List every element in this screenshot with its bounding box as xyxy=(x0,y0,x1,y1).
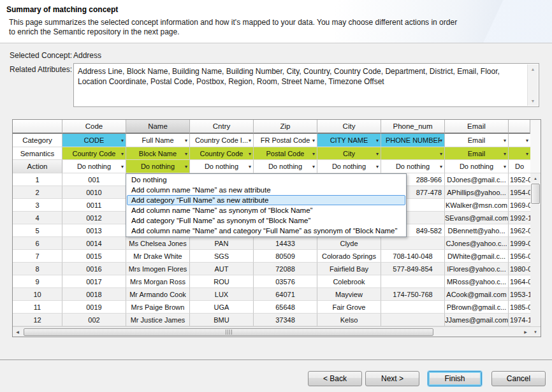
next-button[interactable]: Next > xyxy=(365,371,419,386)
cell-city[interactable]: Fair Grove xyxy=(317,301,381,314)
cancel-button[interactable]: Cancel xyxy=(491,371,546,386)
category-combo-fr-postal-code[interactable]: FR Postal Code▾ xyxy=(254,134,317,147)
cell-city[interactable]: Fairfield Bay xyxy=(317,263,381,275)
cell-num[interactable]: 1 xyxy=(13,173,62,186)
cell-zip[interactable]: 14433 xyxy=(254,237,317,250)
cell-email[interactable]: MRoss@yahoo.c... xyxy=(445,275,509,288)
cell-city[interactable]: Colorado Springs xyxy=(317,250,381,263)
action-combo-do-nothing[interactable]: Do nothing▾ xyxy=(254,160,317,173)
cell-code[interactable]: 0016 xyxy=(62,263,126,275)
cell-city[interactable]: Colebrook xyxy=(317,275,381,288)
cell-phone[interactable]: 708-140-048 xyxy=(381,250,445,263)
cell-cntry[interactable]: AUT xyxy=(190,263,254,275)
action-combo-do-nothing[interactable]: Do nothing▾ xyxy=(62,160,126,173)
cell-code[interactable]: 0011 xyxy=(62,199,126,212)
category-combo-col8[interactable]: ▾ xyxy=(509,134,530,147)
cell-phone[interactable] xyxy=(381,314,445,326)
semantics-combo-col8[interactable]: ▾ xyxy=(509,147,530,160)
table-row[interactable]: 100018Mr Armando CookLUX64071Mayview174-… xyxy=(13,288,530,301)
cell-num[interactable]: 5 xyxy=(13,224,62,237)
cell-city[interactable]: Clyde xyxy=(317,237,381,250)
cell-email[interactable]: PBrown@gmail.c... xyxy=(445,301,509,314)
cell-phone[interactable]: 577-849-854 xyxy=(381,263,445,275)
semantics-combo-block-name[interactable]: Block Name▾ xyxy=(126,147,190,160)
cell-name[interactable]: Mr Armando Cook xyxy=(126,288,190,301)
cell-name[interactable]: Mr Justice James xyxy=(126,314,190,326)
cell-code[interactable]: 0012 xyxy=(62,212,126,224)
category-combo-phone-number[interactable]: PHONE NUMBER▾ xyxy=(381,134,445,147)
cell-code[interactable]: 0018 xyxy=(62,288,126,301)
vertical-scrollbar[interactable]: ▲ ▼ xyxy=(530,120,541,337)
table-row[interactable]: 60014Ms Chelsea JonesPAN14433ClydeCJones… xyxy=(13,237,530,250)
cell-email[interactable]: JJames@gmail.com xyxy=(445,314,509,326)
scroll-down-icon[interactable]: ▼ xyxy=(531,96,535,106)
column-header-col0[interactable] xyxy=(13,120,62,134)
cell-zip[interactable]: 37348 xyxy=(254,314,317,326)
column-header-cntry[interactable]: Cntry xyxy=(190,120,254,134)
menu-item-do-nothing[interactable]: Do nothing xyxy=(127,175,405,185)
cell-num[interactable]: 8 xyxy=(13,263,62,275)
action-combo-do-nothing[interactable]: Do nothing▾ xyxy=(381,160,445,173)
cell-cntry[interactable]: ROU xyxy=(190,275,254,288)
cell-zip[interactable]: 72088 xyxy=(254,263,317,275)
table-row[interactable]: 80016Mrs Imogen FloresAUT72088Fairfield … xyxy=(13,263,530,275)
scroll-up-icon[interactable]: ▲ xyxy=(530,173,541,183)
cell-zip[interactable]: 65648 xyxy=(254,301,317,314)
cell-email[interactable]: APhillips@yahoo... xyxy=(445,186,509,199)
cell-num[interactable]: 9 xyxy=(13,275,62,288)
cell-email[interactable]: ACook@gmail.com xyxy=(445,288,509,301)
cell-num[interactable]: 11 xyxy=(13,301,62,314)
cell-date[interactable]: 1953-1 xyxy=(509,288,530,301)
cell-date[interactable]: 1954-0 xyxy=(509,186,530,199)
cell-num[interactable]: 3 xyxy=(13,199,62,212)
column-header-code[interactable]: Code xyxy=(62,120,126,134)
cell-name[interactable]: Mr Drake White xyxy=(126,250,190,263)
vertical-scrollbar-thumb[interactable] xyxy=(531,184,540,204)
table-row[interactable]: 90017Mrs Morgan RossROU03576ColebrookMRo… xyxy=(13,275,530,288)
vertical-scrollbar-track[interactable] xyxy=(530,205,541,326)
action-combo-do-nothing[interactable]: Do nothing▾ xyxy=(126,160,190,173)
menu-item-add-column-name-name-and-category-full-n[interactable]: Add column name “Name” and category “Ful… xyxy=(127,226,405,236)
related-attributes-scrollbar[interactable]: ▲ ▼ xyxy=(527,64,538,106)
category-combo-city-name[interactable]: CITY NAME▾ xyxy=(317,134,381,147)
cell-date[interactable]: 1999-0 xyxy=(509,237,530,250)
scroll-up-icon[interactable]: ▲ xyxy=(531,64,535,74)
cell-name[interactable]: Mrs Paige Brown xyxy=(126,301,190,314)
cell-zip[interactable]: 03576 xyxy=(254,275,317,288)
action-combo-do-nothing[interactable]: Do nothing▾ xyxy=(317,160,381,173)
cell-phone[interactable]: 174-750-768 xyxy=(381,288,445,301)
column-header-zip[interactable]: Zip xyxy=(254,120,317,134)
column-header-email[interactable]: Email xyxy=(445,120,509,134)
semantics-combo-postal-code[interactable]: Postal Code▾ xyxy=(254,147,317,160)
cell-phone[interactable] xyxy=(381,237,445,250)
back-button[interactable]: < Back xyxy=(308,371,362,386)
column-header-phone-num[interactable]: Phone_num xyxy=(381,120,445,134)
cell-zip[interactable]: 80509 xyxy=(254,250,317,263)
cell-num[interactable]: 12 xyxy=(13,314,62,326)
cell-email[interactable]: KWalker@msn.com xyxy=(445,199,509,212)
semantics-combo-col6[interactable]: ▾ xyxy=(381,147,445,160)
cell-name[interactable]: Mrs Imogen Flores xyxy=(126,263,190,275)
menu-item-add-column-name-name-as-new-attribute[interactable]: Add column name “Name” as new attribute xyxy=(127,185,405,195)
cell-email[interactable]: CJones@yahoo.c... xyxy=(445,237,509,250)
cell-date[interactable]: 1964-0 xyxy=(509,275,530,288)
cell-date[interactable]: 1992-1 xyxy=(509,212,530,224)
cell-code[interactable]: 0014 xyxy=(62,237,126,250)
cell-code[interactable]: 0013 xyxy=(62,224,126,237)
category-combo-email[interactable]: Email▾ xyxy=(445,134,509,147)
cell-date[interactable]: 1985-0 xyxy=(509,301,530,314)
table-row[interactable]: 12002Mr Justice JamesBMU37348KelsoJJames… xyxy=(13,314,530,326)
column-header-col8[interactable] xyxy=(509,120,530,134)
category-combo-code[interactable]: CODE▾ xyxy=(62,134,126,147)
menu-item-add-column-name-name-as-synonym-of-block[interactable]: Add column name “Name” as synonym of “Bl… xyxy=(127,205,405,215)
cell-email[interactable]: DBennett@yaho... xyxy=(445,224,509,237)
cell-num[interactable]: 6 xyxy=(13,237,62,250)
cell-code[interactable]: 002 xyxy=(62,314,126,326)
cell-zip[interactable]: 64071 xyxy=(254,288,317,301)
action-combo-do-nothing[interactable]: Do nothing▾ xyxy=(445,160,509,173)
column-header-city[interactable]: City xyxy=(317,120,381,134)
scroll-down-icon[interactable]: ▼ xyxy=(530,326,541,337)
semantics-combo-city[interactable]: City▾ xyxy=(317,147,381,160)
table-row[interactable]: 110019Mrs Paige BrownUGA65648Fair GroveP… xyxy=(13,301,530,314)
cell-code[interactable]: 0019 xyxy=(62,301,126,314)
